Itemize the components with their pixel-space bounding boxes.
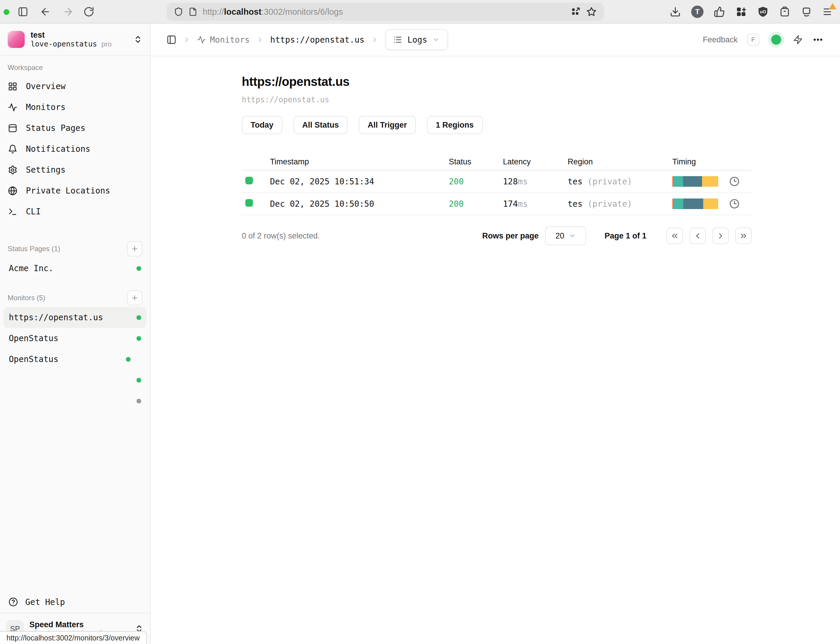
- breadcrumb-monitor-name[interactable]: https://openstat.us: [270, 35, 365, 45]
- download-icon[interactable]: [669, 6, 681, 18]
- view-selector-label: Logs: [408, 35, 427, 45]
- menu-icon[interactable]: [822, 6, 834, 18]
- monitor-item[interactable]: OpenStatus: [3, 349, 146, 370]
- monitor-item[interactable]: [3, 391, 146, 411]
- last-page-button[interactable]: [735, 228, 752, 244]
- sidebar-item-status-pages[interactable]: Status Pages: [8, 118, 142, 138]
- table-row[interactable]: Dec 02, 2025 10:51:34 200 128ms tes (pri…: [242, 171, 752, 193]
- workspace-slug: love-openstatus pro: [31, 40, 128, 49]
- clock-icon[interactable]: [729, 176, 740, 187]
- sidebar-item-cli[interactable]: CLI: [8, 201, 142, 222]
- url-text[interactable]: http://localhost:3002/monitors/6/logs: [203, 7, 343, 17]
- monitor-item[interactable]: [3, 370, 146, 391]
- status-page-item-acme[interactable]: Acme Inc.: [3, 258, 146, 279]
- system-health-dot[interactable]: [771, 35, 781, 45]
- filter-status-button[interactable]: All Status: [294, 116, 348, 134]
- first-page-button[interactable]: [666, 228, 683, 244]
- main-area: Monitors https://openstat.us Logs Feedba…: [151, 23, 840, 644]
- list-icon: [393, 35, 402, 44]
- sidebar-item-label: CLI: [26, 207, 41, 217]
- ublock-shield-icon[interactable]: uO: [757, 6, 769, 18]
- device-window-icon[interactable]: [801, 6, 812, 18]
- workspace-switcher[interactable]: test love-openstatus pro: [0, 23, 150, 56]
- workspace-name: test: [31, 30, 128, 40]
- sidebar-item-notifications[interactable]: Notifications: [8, 138, 142, 159]
- window-traffic-light[interactable]: [3, 9, 10, 15]
- chevron-down-icon: [432, 36, 440, 43]
- column-timing[interactable]: Timing: [672, 157, 752, 166]
- reload-icon[interactable]: [83, 6, 95, 18]
- cell-latency: 128ms: [503, 177, 568, 186]
- status-dot: [136, 336, 141, 341]
- add-status-page-button[interactable]: [127, 241, 142, 256]
- column-latency[interactable]: Latency: [503, 157, 568, 166]
- previous-page-button[interactable]: [689, 228, 706, 244]
- chevron-right-icon: [183, 36, 191, 44]
- monitor-item[interactable]: OpenStatus: [3, 328, 146, 349]
- chevron-right-icon: [256, 36, 264, 44]
- breadcrumb-monitors[interactable]: Monitors: [197, 35, 250, 45]
- view-selector-button[interactable]: Logs: [385, 29, 448, 50]
- sidebar-item-label: Overview: [26, 81, 66, 91]
- status-dot: [136, 399, 141, 403]
- rows-per-page-label: Rows per page: [482, 232, 539, 241]
- sidebar-item-private-locations[interactable]: Private Locations: [8, 180, 142, 201]
- shield-icon[interactable]: [174, 7, 183, 16]
- panel-top-icon: [8, 123, 18, 133]
- monitor-item[interactable]: https://openstat.us: [3, 307, 146, 328]
- rows-per-page-value: 20: [555, 232, 564, 241]
- archive-box-icon[interactable]: [779, 6, 791, 18]
- status-dot: [136, 378, 141, 383]
- forward-icon[interactable]: [62, 6, 74, 18]
- menu-notification-badge: [829, 3, 837, 10]
- monitor-name: OpenStatus: [9, 354, 59, 364]
- cell-timestamp: Dec 02, 2025 10:50:50: [270, 199, 449, 209]
- extensions-grid-icon[interactable]: [735, 6, 747, 18]
- filter-date-button[interactable]: Today: [242, 116, 282, 134]
- bookmark-star-icon[interactable]: [586, 7, 597, 17]
- table-footer: 0 of 2 row(s) selected. Rows per page 20…: [242, 227, 752, 245]
- clock-icon[interactable]: [729, 198, 740, 209]
- link-preview-statusbar: http://localhost:3002/monitors/3/overvie…: [0, 631, 147, 644]
- rows-per-page-select[interactable]: 20: [545, 227, 586, 245]
- page-title: https://openstat.us: [242, 75, 752, 89]
- sidebar-item-overview[interactable]: Overview: [8, 76, 142, 97]
- sidebar-collapse-icon[interactable]: [166, 35, 176, 45]
- back-icon[interactable]: [39, 6, 51, 18]
- column-region[interactable]: Region: [568, 157, 672, 166]
- url-protocol: http://: [203, 7, 224, 16]
- sidebar-item-settings[interactable]: Settings: [8, 159, 142, 180]
- filter-regions-button[interactable]: 1 Regions: [427, 116, 483, 134]
- url-path: :3002/monitors/6/logs: [261, 7, 343, 16]
- sidebar-item-monitors[interactable]: Monitors: [8, 97, 142, 118]
- timing-segment-tls: [683, 199, 703, 209]
- thumbs-up-extension-icon[interactable]: [713, 6, 725, 18]
- timing-segment-ttfb: [703, 199, 718, 209]
- table-row[interactable]: Dec 02, 2025 10:50:50 200 174ms tes (pri…: [242, 193, 752, 215]
- gear-icon: [8, 165, 18, 175]
- filter-trigger-button[interactable]: All Trigger: [359, 116, 416, 134]
- sidebar-item-label: Notifications: [26, 144, 90, 154]
- feedback-shortcut-badge: F: [747, 33, 759, 46]
- bell-icon: [8, 144, 18, 154]
- workspace-plan-badge: pro: [102, 40, 112, 48]
- page-icon[interactable]: [189, 7, 197, 16]
- profile-extension-icon[interactable]: T: [691, 6, 704, 18]
- add-monitor-button[interactable]: [127, 290, 142, 306]
- bolt-icon[interactable]: [793, 35, 803, 45]
- browser-toolbar: http://localhost:3002/monitors/6/logs T …: [0, 0, 840, 23]
- get-help-link[interactable]: Get Help: [0, 591, 150, 613]
- split-view-icon[interactable]: [571, 7, 581, 17]
- column-status[interactable]: Status: [449, 157, 503, 166]
- timing-segment-connect: [673, 199, 684, 209]
- feedback-button[interactable]: Feedback: [703, 35, 738, 44]
- more-options-icon[interactable]: [812, 34, 824, 45]
- address-bar[interactable]: http://localhost:3002/monitors/6/logs: [167, 3, 604, 21]
- activity-icon: [197, 35, 206, 44]
- globe-icon: [8, 186, 18, 196]
- browser-sidebar-toggle-icon[interactable]: [17, 6, 29, 18]
- next-page-button[interactable]: [712, 228, 729, 244]
- page-info: Page 1 of 1: [605, 232, 646, 241]
- column-timestamp[interactable]: Timestamp: [270, 157, 449, 166]
- monitors-section: Monitors (5) https://openstat.us OpenSta…: [0, 289, 150, 411]
